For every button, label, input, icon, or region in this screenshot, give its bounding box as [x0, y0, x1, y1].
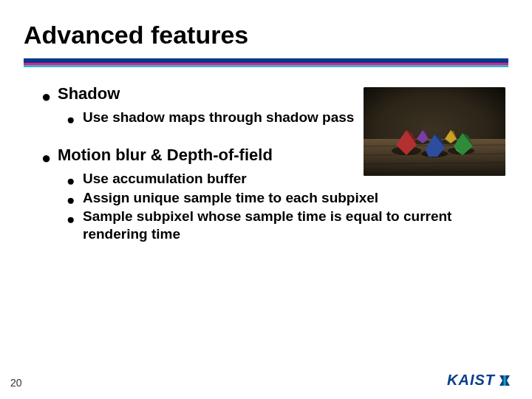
- kaist-logo-mark-icon: [498, 374, 511, 387]
- illustration-render: [364, 87, 505, 176]
- bullet-motionblur-label: Motion blur & Depth-of-field: [58, 146, 273, 164]
- kaist-logo: KAIST: [447, 372, 511, 389]
- bullet-shadow-label: Shadow: [58, 84, 120, 103]
- bullet-motionblur-item-3-label: Sample subpixel whose sample time is equ…: [83, 208, 451, 242]
- render-svg: [364, 87, 505, 176]
- bullet-icon: ●: [66, 172, 75, 190]
- bullet-icon: ●: [66, 191, 75, 209]
- bullet-icon: ●: [66, 211, 75, 228]
- bullet-icon: ●: [41, 148, 51, 168]
- svg-rect-25: [504, 375, 506, 386]
- bullet-motionblur-item-3: ● Sample subpixel whose sample time is e…: [66, 208, 502, 243]
- bullet-motionblur-item-1-label: Use accumulation buffer: [83, 171, 247, 186]
- bullet-motionblur-item-2: ● Assign unique sample time to each subp…: [66, 189, 502, 207]
- slide: Advanced features ● Shadow ● Use shadow …: [0, 0, 532, 399]
- page-number: 20: [10, 377, 22, 389]
- title-rule: [24, 58, 508, 67]
- slide-title: Advanced features: [0, 0, 532, 54]
- bullet-motionblur-item-2-label: Assign unique sample time to each subpix…: [83, 190, 378, 205]
- kaist-logo-text: KAIST: [447, 372, 495, 389]
- bullet-shadow-item-1-label: Use shadow maps through shadow pass: [83, 109, 354, 125]
- bullet-icon: ●: [66, 111, 75, 129]
- bullet-icon: ●: [41, 86, 51, 107]
